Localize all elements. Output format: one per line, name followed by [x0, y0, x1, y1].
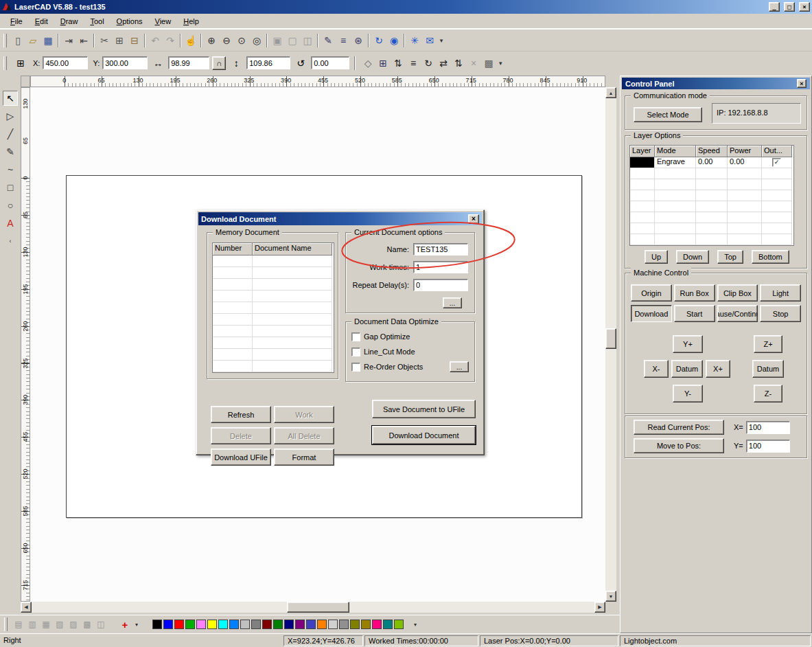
layer-column-header[interactable]: Out...	[762, 146, 792, 157]
color-swatch[interactable]	[273, 620, 283, 629]
memory-table-row[interactable]	[213, 337, 334, 349]
new-icon[interactable]: ▯	[10, 33, 25, 48]
color-swatch[interactable]	[339, 620, 349, 629]
color-swatch[interactable]	[185, 620, 195, 629]
gap-optimize-checkbox[interactable]	[351, 332, 360, 341]
flip-vertical-icon[interactable]: ⇅	[391, 56, 406, 71]
layer-table-row[interactable]	[630, 223, 793, 234]
layer-table-row[interactable]	[630, 212, 793, 223]
scroll-right-button[interactable]: ▶	[594, 602, 605, 613]
node-edit-tool-icon[interactable]: ▷	[3, 109, 18, 124]
format-button[interactable]: Format	[274, 449, 334, 466]
layer-column-header[interactable]: Speed	[696, 146, 728, 157]
zoom-all-icon[interactable]: ◎	[249, 33, 264, 48]
menu-edit[interactable]: Edit	[29, 15, 54, 27]
layer-output-cell[interactable]: ✓	[762, 157, 792, 168]
memory-table-row[interactable]	[213, 267, 334, 279]
jog-z-minus-button[interactable]: Z-	[754, 385, 782, 402]
pos-y-input[interactable]	[746, 440, 790, 453]
collapse-tools-icon[interactable]: ‹	[6, 234, 14, 249]
layer-table-row[interactable]	[630, 190, 793, 201]
pause-continue-button[interactable]: Pause/Continue	[717, 305, 758, 322]
refresh-button[interactable]: Refresh	[211, 406, 271, 423]
scroll-left-button[interactable]: ◀	[21, 602, 32, 613]
coord-more-icon[interactable]: ▾	[496, 56, 504, 71]
memory-table-row[interactable]	[213, 291, 334, 302]
open-icon[interactable]: ▱	[25, 33, 40, 48]
color-swatch[interactable]	[163, 620, 173, 629]
save-icon[interactable]: ▦	[40, 33, 56, 48]
align-icon[interactable]: ≡	[406, 56, 421, 71]
optimize-more-button[interactable]: ...	[450, 361, 469, 372]
network-icon[interactable]: ✳	[407, 33, 422, 48]
edit-node-icon[interactable]: ✎	[321, 33, 336, 48]
memory-table-row[interactable]	[213, 349, 334, 361]
vertical-scrollbar[interactable]: ▲ ▼	[605, 87, 616, 602]
layer-table-row[interactable]	[630, 179, 793, 190]
color-swatch[interactable]	[372, 620, 382, 629]
memory-table-row[interactable]	[213, 302, 334, 314]
clip-box-button[interactable]: Clip Box	[717, 284, 758, 302]
array-copy-icon[interactable]: ⊞	[375, 56, 391, 71]
read-current-pos-button[interactable]: Read Current Pos:	[634, 420, 724, 435]
export-icon[interactable]: ⇤	[76, 33, 91, 48]
menu-view[interactable]: View	[149, 15, 178, 27]
palette-more-icon[interactable]: ▾	[412, 622, 419, 628]
toolbar-more-icon[interactable]: ▾	[437, 33, 445, 48]
scroll-down-button[interactable]: ▼	[605, 591, 616, 602]
pan-icon[interactable]: ☝	[183, 33, 198, 48]
document-name-input[interactable]	[413, 243, 468, 256]
layer-output-checkbox[interactable]: ✓	[772, 158, 781, 167]
pen-tool-icon[interactable]: ✎	[3, 144, 18, 159]
current-options-more-button[interactable]: ...	[443, 297, 462, 308]
color-swatch[interactable]	[240, 620, 250, 629]
jog-y-minus-button[interactable]: Y-	[673, 385, 703, 402]
memory-column-header[interactable]: Document Name	[253, 243, 332, 256]
text-tool-icon[interactable]: A	[3, 216, 18, 231]
laser-anchor-icon[interactable]: +	[118, 617, 132, 631]
color-swatch[interactable]	[218, 620, 228, 629]
dialog-title-bar[interactable]: Download Document ×	[198, 212, 482, 225]
rotation-input[interactable]	[311, 56, 349, 69]
close-button[interactable]: ×	[799, 2, 810, 12]
menu-tool[interactable]: Tool	[84, 15, 110, 27]
restore-button[interactable]: □	[784, 2, 795, 12]
color-swatch[interactable]	[196, 620, 206, 629]
layer-table-row[interactable]	[630, 234, 793, 245]
properties-icon[interactable]: ≡	[336, 33, 351, 48]
stop-button[interactable]: Stop	[760, 305, 801, 322]
color-swatch[interactable]	[317, 620, 327, 629]
jog-x-plus-button[interactable]: X+	[706, 360, 730, 378]
color-swatch[interactable]	[284, 620, 294, 629]
color-swatch[interactable]	[152, 620, 162, 629]
rectangle-tool-icon[interactable]: □	[3, 180, 18, 195]
control-panel-close-button[interactable]: ×	[797, 79, 807, 88]
copy-icon[interactable]: ⊞	[112, 33, 127, 48]
layer-table-row[interactable]	[630, 168, 793, 179]
hatch-icon[interactable]: ▩	[481, 56, 496, 71]
layer-power-cell[interactable]: 0.00	[728, 157, 762, 168]
color-swatch[interactable]	[207, 620, 217, 629]
pos-x-input[interactable]	[746, 421, 790, 434]
select-tool-icon[interactable]: ↖	[3, 91, 18, 106]
cut-icon[interactable]: ✂	[97, 33, 112, 48]
color-swatch[interactable]	[328, 620, 338, 629]
jog-x-minus-button[interactable]: X-	[644, 360, 669, 378]
work-times-input[interactable]	[413, 261, 468, 273]
move-to-pos-button[interactable]: Move to Pos:	[634, 438, 724, 453]
import-icon[interactable]: ⇥	[61, 33, 76, 48]
lock-ratio-icon[interactable]: ∩	[212, 56, 226, 70]
mirror-horizontal-icon[interactable]: ⇄	[436, 56, 451, 71]
paste-icon[interactable]: ⊟	[127, 33, 142, 48]
y-position-input[interactable]	[102, 56, 148, 69]
up-button[interactable]: Up	[645, 250, 668, 264]
light-button[interactable]: Light	[760, 284, 801, 302]
memory-table-row[interactable]	[213, 279, 334, 291]
memory-table-row[interactable]	[213, 326, 334, 337]
memory-table-row[interactable]	[213, 256, 334, 267]
vertical-scroll-thumb[interactable]	[605, 328, 616, 349]
layer-speed-cell[interactable]: 0.00	[696, 157, 728, 168]
menu-help[interactable]: Help	[177, 15, 205, 27]
jog-y-plus-button[interactable]: Y+	[673, 335, 703, 353]
transform-icon[interactable]: ◇	[360, 56, 375, 71]
